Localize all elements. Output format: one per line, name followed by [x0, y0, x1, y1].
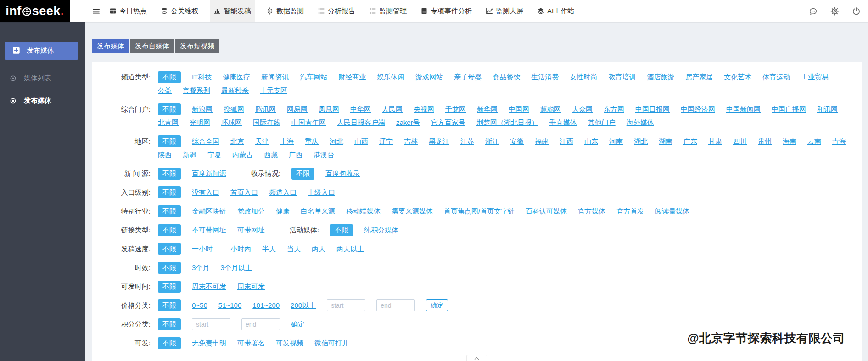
filter-option[interactable]: 海南 [783, 135, 796, 147]
filter-option-selected[interactable]: 不限 [158, 337, 181, 349]
filter-option[interactable]: 中国青年网 [291, 117, 326, 129]
filter-option[interactable]: 广东 [683, 135, 697, 147]
filter-option[interactable]: 酒店旅游 [647, 71, 674, 83]
tab-0[interactable]: 发布媒体 [92, 39, 129, 53]
filter-option[interactable]: 官方媒体 [578, 205, 605, 217]
filter-option[interactable]: 公益 [158, 85, 172, 96]
filter-option[interactable]: 上级入口 [308, 186, 335, 198]
filter-option-selected[interactable]: 不限 [158, 186, 181, 198]
filter-option[interactable]: 可发视频 [276, 337, 303, 349]
logout-button[interactable] [852, 7, 861, 16]
filter-option[interactable]: 新疆 [183, 149, 196, 161]
filter-option[interactable]: 娱乐休闲 [377, 71, 404, 83]
filter-option-selected[interactable]: 不限 [330, 224, 353, 236]
filter-option[interactable]: 甘肃 [708, 135, 722, 147]
filter-option[interactable]: 天津 [255, 135, 269, 147]
filter-option[interactable]: 其他门户 [588, 117, 616, 129]
filter-option[interactable]: 新闻资讯 [261, 71, 289, 83]
filter-option[interactable]: 四川 [733, 135, 747, 147]
filter-option[interactable]: 北青网 [158, 117, 179, 129]
collapse-button[interactable] [466, 355, 487, 361]
filter-option[interactable]: 新浪网 [192, 103, 213, 115]
filter-option-selected[interactable]: 不限 [158, 224, 181, 236]
filter-option[interactable]: 需要来源媒体 [392, 205, 433, 217]
filter-option[interactable]: 中国经济网 [681, 103, 715, 115]
filter-option[interactable]: 官方百家号 [431, 117, 465, 129]
filter-option[interactable]: 教育培训 [608, 71, 636, 83]
filter-option[interactable]: 半天 [262, 243, 276, 255]
tab-2[interactable]: 发布短视频 [175, 39, 219, 53]
filter-option[interactable]: 套餐系列 [183, 85, 210, 96]
filter-option[interactable]: 移动端媒体 [346, 205, 381, 217]
filter-option[interactable]: 首页焦点图/首页文字链 [444, 205, 515, 217]
filter-option[interactable]: 陕西 [158, 149, 172, 161]
filter-option[interactable]: 百度新闻源 [192, 168, 226, 180]
filter-option[interactable]: 西藏 [264, 149, 278, 161]
filter-option[interactable]: 二小时内 [224, 243, 251, 255]
filter-option[interactable]: 中国新闻网 [726, 103, 761, 115]
filter-option[interactable]: 101~200 [252, 299, 280, 311]
filter-option[interactable]: 和讯网 [817, 103, 838, 115]
filter-option[interactable]: 中国网 [509, 103, 529, 115]
filter-option[interactable]: 3个月 [192, 262, 209, 274]
filter-option[interactable]: 央视网 [414, 103, 434, 115]
filter-option-selected[interactable]: 不限 [158, 205, 181, 217]
filter-option[interactable]: 北京 [230, 135, 244, 147]
filter-option[interactable]: 湖北 [634, 135, 648, 147]
filter-option[interactable]: 财经商业 [338, 71, 366, 83]
filter-option[interactable]: 中国广播网 [772, 103, 806, 115]
filter-option[interactable]: 黑龙江 [429, 135, 449, 147]
filter-option[interactable]: 千龙网 [445, 103, 466, 115]
filter-option[interactable]: 辽宁 [379, 135, 393, 147]
filter-option[interactable]: 湖南 [659, 135, 672, 147]
filter-option[interactable]: 健康 [276, 205, 290, 217]
filter-option[interactable]: 江苏 [460, 135, 474, 147]
sidebar-publish-button[interactable]: 发布媒体 [5, 42, 78, 60]
filter-option-selected[interactable]: 不限 [158, 168, 181, 180]
filter-option[interactable]: 海外媒体 [627, 117, 654, 129]
filter-option[interactable]: 垂直媒体 [549, 117, 577, 129]
filter-option[interactable]: 可带网址 [237, 224, 265, 236]
score-max-input[interactable] [241, 318, 280, 330]
filter-option-selected[interactable]: 不限 [158, 103, 181, 115]
filter-option[interactable]: 汽车网站 [300, 71, 327, 83]
filter-option[interactable]: 两天 [312, 243, 325, 255]
nav-item-8[interactable]: AI工作站 [535, 0, 577, 22]
filter-option[interactable]: 江西 [560, 135, 573, 147]
confirm-link[interactable]: 确定 [291, 318, 305, 330]
filter-option-selected[interactable]: 不限 [158, 71, 181, 83]
filter-option[interactable]: 中华网 [350, 103, 371, 115]
price-max-input[interactable] [376, 299, 415, 311]
nav-item-2[interactable]: 智能发稿 [210, 0, 255, 22]
filter-option-selected[interactable]: 不限 [158, 135, 181, 147]
filter-option[interactable]: 体育运动 [762, 71, 790, 83]
filter-option-selected[interactable]: 不限 [158, 299, 181, 311]
filter-option[interactable]: 频道入口 [269, 186, 297, 198]
filter-option[interactable]: 周末不可发 [192, 281, 226, 293]
filter-option[interactable]: 当天 [287, 243, 301, 255]
nav-item-1[interactable]: 公关维权 [158, 0, 201, 22]
filter-option[interactable]: 新华网 [477, 103, 498, 115]
nav-item-6[interactable]: 专项事件分析 [418, 0, 474, 22]
tab-1[interactable]: 发布自媒体 [130, 39, 174, 53]
filter-option[interactable]: zaker号 [396, 117, 420, 129]
filter-option[interactable]: 上海 [280, 135, 294, 147]
filter-option[interactable]: 一小时 [192, 243, 213, 255]
price-min-input[interactable] [327, 299, 365, 311]
nav-item-5[interactable]: 监测管理 [367, 0, 409, 22]
filter-option[interactable]: 搜狐网 [224, 103, 244, 115]
filter-option[interactable]: 健康医疗 [223, 71, 250, 83]
filter-option[interactable]: 最新秒杀 [221, 85, 249, 96]
filter-option[interactable]: 环球网 [221, 117, 242, 129]
nav-item-4[interactable]: 分析报告 [315, 0, 358, 22]
filter-option[interactable]: 重庆 [305, 135, 319, 147]
filter-option[interactable]: IT科技 [192, 71, 212, 83]
filter-option[interactable]: 两天以上 [336, 243, 364, 255]
filter-option[interactable]: 无免责申明 [192, 337, 226, 349]
score-min-input[interactable] [192, 318, 230, 330]
filter-option[interactable]: 可带署名 [237, 337, 265, 349]
filter-option[interactable]: 广西 [289, 149, 302, 161]
filter-option[interactable]: 人民网 [382, 103, 403, 115]
filter-option[interactable]: 亲子母婴 [454, 71, 482, 83]
filter-option[interactable]: 生活消费 [531, 71, 559, 83]
